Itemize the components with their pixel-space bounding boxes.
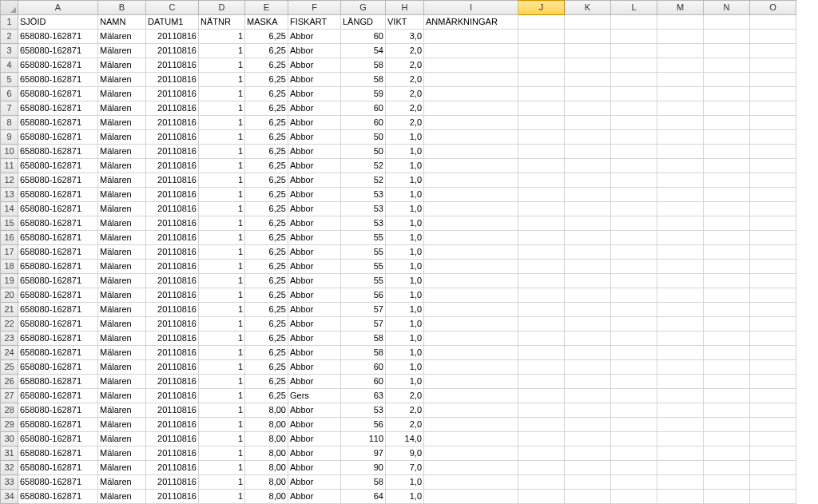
cell-D20[interactable]: 1	[199, 288, 245, 303]
cell-H9[interactable]: 1,0	[386, 130, 424, 145]
cell-B5[interactable]: Mälaren	[98, 73, 146, 87]
cell-N21[interactable]	[704, 303, 750, 317]
cell-A33[interactable]: 658080-162871	[18, 475, 98, 490]
cell-C2[interactable]: 20110816	[146, 30, 199, 44]
cell-N19[interactable]	[704, 274, 750, 288]
cell-N16[interactable]	[704, 231, 750, 245]
cell-J18[interactable]	[518, 260, 565, 274]
row-header[interactable]: 13	[1, 188, 18, 202]
cell-O4[interactable]	[750, 58, 796, 73]
cell-J15[interactable]	[518, 216, 565, 231]
row-header[interactable]: 24	[1, 346, 18, 360]
cell-I17[interactable]	[424, 245, 518, 260]
row-header[interactable]: 25	[1, 360, 18, 375]
cell-N20[interactable]	[704, 288, 750, 303]
cell-J22[interactable]	[518, 317, 565, 331]
cell-B28[interactable]: Mälaren	[98, 403, 146, 418]
row-header[interactable]: 16	[1, 231, 18, 245]
cell-I7[interactable]	[424, 101, 518, 116]
cell-K34[interactable]	[565, 490, 611, 504]
row-header[interactable]: 5	[1, 73, 18, 87]
cell-D15[interactable]: 1	[199, 216, 245, 231]
cell-D13[interactable]: 1	[199, 188, 245, 202]
cell-C17[interactable]: 20110816	[146, 245, 199, 260]
cell-F14[interactable]: Abbor	[288, 202, 341, 216]
cell-O33[interactable]	[750, 475, 796, 490]
cell-D30[interactable]: 1	[199, 432, 245, 446]
row-header[interactable]: 21	[1, 303, 18, 317]
row-header[interactable]: 14	[1, 202, 18, 216]
cell-O11[interactable]	[750, 159, 796, 173]
cell-H22[interactable]: 1,0	[386, 317, 424, 331]
cell-E9[interactable]: 6,25	[245, 130, 288, 145]
cell-D3[interactable]: 1	[199, 44, 245, 58]
cell-L27[interactable]	[611, 389, 657, 403]
cell-D17[interactable]: 1	[199, 245, 245, 260]
cell-A10[interactable]: 658080-162871	[18, 145, 98, 159]
cell-J21[interactable]	[518, 303, 565, 317]
cell-D24[interactable]: 1	[199, 346, 245, 360]
cell-O5[interactable]	[750, 73, 796, 87]
cell-A12[interactable]: 658080-162871	[18, 173, 98, 188]
cell-K10[interactable]	[565, 145, 611, 159]
cell-L1[interactable]	[611, 15, 657, 30]
cell-O23[interactable]	[750, 331, 796, 346]
cell-A30[interactable]: 658080-162871	[18, 432, 98, 446]
cell-M5[interactable]	[657, 73, 704, 87]
cell-O25[interactable]	[750, 360, 796, 375]
cell-M1[interactable]	[657, 15, 704, 30]
cell-L34[interactable]	[611, 490, 657, 504]
cell-N9[interactable]	[704, 130, 750, 145]
cell-G23[interactable]: 58	[341, 331, 386, 346]
cell-F29[interactable]: Abbor	[288, 418, 341, 432]
cell-N26[interactable]	[704, 375, 750, 389]
cell-M26[interactable]	[657, 375, 704, 389]
cell-L15[interactable]	[611, 216, 657, 231]
cell-A13[interactable]: 658080-162871	[18, 188, 98, 202]
cell-F31[interactable]: Abbor	[288, 446, 341, 461]
cell-O9[interactable]	[750, 130, 796, 145]
cell-O6[interactable]	[750, 87, 796, 101]
cell-F9[interactable]: Abbor	[288, 130, 341, 145]
cell-K5[interactable]	[565, 73, 611, 87]
cell-C34[interactable]: 20110816	[146, 490, 199, 504]
cell-A1[interactable]: SJÖID	[18, 15, 98, 30]
cell-N15[interactable]	[704, 216, 750, 231]
cell-L24[interactable]	[611, 346, 657, 360]
cell-E18[interactable]: 6,25	[245, 260, 288, 274]
row-header[interactable]: 23	[1, 331, 18, 346]
cell-H10[interactable]: 1,0	[386, 145, 424, 159]
row-header[interactable]: 7	[1, 101, 18, 116]
cell-B16[interactable]: Mälaren	[98, 231, 146, 245]
cell-O2[interactable]	[750, 30, 796, 44]
cell-H31[interactable]: 9,0	[386, 446, 424, 461]
cell-K11[interactable]	[565, 159, 611, 173]
cell-E14[interactable]: 6,25	[245, 202, 288, 216]
cell-M12[interactable]	[657, 173, 704, 188]
cell-M6[interactable]	[657, 87, 704, 101]
cell-N5[interactable]	[704, 73, 750, 87]
cell-L32[interactable]	[611, 461, 657, 475]
cell-E26[interactable]: 6,25	[245, 375, 288, 389]
cell-E31[interactable]: 8,00	[245, 446, 288, 461]
cell-E25[interactable]: 6,25	[245, 360, 288, 375]
cell-M9[interactable]	[657, 130, 704, 145]
cell-E4[interactable]: 6,25	[245, 58, 288, 73]
cell-L33[interactable]	[611, 475, 657, 490]
cell-I16[interactable]	[424, 231, 518, 245]
cell-H29[interactable]: 2,0	[386, 418, 424, 432]
cell-K33[interactable]	[565, 475, 611, 490]
cell-H16[interactable]: 1,0	[386, 231, 424, 245]
cell-L10[interactable]	[611, 145, 657, 159]
row-header[interactable]: 17	[1, 245, 18, 260]
cell-D10[interactable]: 1	[199, 145, 245, 159]
cell-N34[interactable]	[704, 490, 750, 504]
cell-K30[interactable]	[565, 432, 611, 446]
cell-H17[interactable]: 1,0	[386, 245, 424, 260]
cell-N17[interactable]	[704, 245, 750, 260]
cell-K8[interactable]	[565, 116, 611, 130]
cell-M21[interactable]	[657, 303, 704, 317]
cell-D32[interactable]: 1	[199, 461, 245, 475]
cell-B31[interactable]: Mälaren	[98, 446, 146, 461]
cell-B9[interactable]: Mälaren	[98, 130, 146, 145]
